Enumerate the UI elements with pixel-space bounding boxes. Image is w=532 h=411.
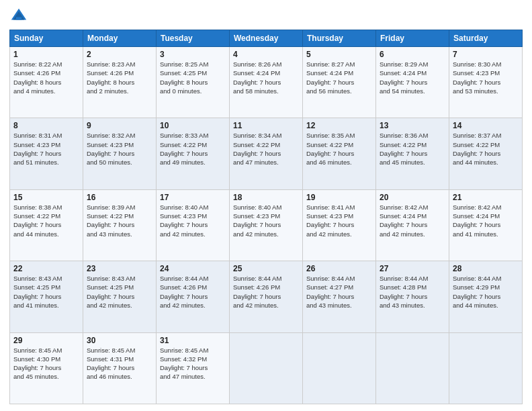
- day-info: Sunrise: 8:32 AMSunset: 4:23 PMDaylight:…: [87, 131, 152, 167]
- day-number: 28: [453, 264, 519, 273]
- day-number: 31: [160, 336, 226, 345]
- day-number: 26: [306, 264, 372, 273]
- day-number: 13: [380, 121, 445, 130]
- week-row-3: 15Sunrise: 8:38 AMSunset: 4:22 PMDayligh…: [10, 189, 523, 261]
- calendar-cell: 5Sunrise: 8:27 AMSunset: 4:24 PMDaylight…: [303, 47, 376, 118]
- day-info: Sunrise: 8:33 AMSunset: 4:22 PMDaylight:…: [160, 131, 226, 167]
- day-number: 22: [13, 264, 79, 273]
- day-info: Sunrise: 8:38 AMSunset: 4:22 PMDaylight:…: [13, 203, 79, 238]
- day-info: Sunrise: 8:31 AMSunset: 4:23 PMDaylight:…: [13, 131, 79, 167]
- day-number: 5: [306, 50, 372, 59]
- calendar-cell: 3Sunrise: 8:25 AMSunset: 4:25 PMDaylight…: [157, 47, 230, 118]
- calendar-cell: 31Sunrise: 8:45 AMSunset: 4:32 PMDayligh…: [157, 332, 230, 404]
- day-info: Sunrise: 8:44 AMSunset: 4:28 PMDaylight:…: [380, 274, 445, 310]
- header-monday: Monday: [83, 30, 157, 47]
- calendar-cell: 24Sunrise: 8:44 AMSunset: 4:26 PMDayligh…: [157, 261, 230, 332]
- day-info: Sunrise: 8:40 AMSunset: 4:23 PMDaylight:…: [160, 203, 226, 238]
- header-sunday: Sunday: [10, 30, 83, 47]
- day-number: 19: [306, 193, 372, 202]
- calendar-cell: 21Sunrise: 8:42 AMSunset: 4:24 PMDayligh…: [449, 189, 523, 261]
- header-tuesday: Tuesday: [157, 30, 230, 47]
- day-info: Sunrise: 8:44 AMSunset: 4:26 PMDaylight:…: [160, 274, 226, 310]
- header-wednesday: Wednesday: [230, 30, 303, 47]
- day-info: Sunrise: 8:44 AMSunset: 4:26 PMDaylight:…: [233, 274, 299, 310]
- day-number: 9: [87, 121, 152, 130]
- logo-icon: [9, 7, 28, 26]
- day-info: Sunrise: 8:34 AMSunset: 4:22 PMDaylight:…: [233, 131, 299, 167]
- calendar-cell: 4Sunrise: 8:26 AMSunset: 4:24 PMDaylight…: [230, 47, 303, 118]
- calendar-cell: 28Sunrise: 8:44 AMSunset: 4:29 PMDayligh…: [449, 261, 523, 332]
- calendar-cell: 26Sunrise: 8:44 AMSunset: 4:27 PMDayligh…: [303, 261, 376, 332]
- day-info: Sunrise: 8:42 AMSunset: 4:24 PMDaylight:…: [453, 203, 519, 238]
- calendar-cell: 25Sunrise: 8:44 AMSunset: 4:26 PMDayligh…: [230, 261, 303, 332]
- calendar-cell: 18Sunrise: 8:40 AMSunset: 4:23 PMDayligh…: [230, 189, 303, 261]
- day-number: 7: [453, 50, 519, 59]
- calendar-cell: 12Sunrise: 8:35 AMSunset: 4:22 PMDayligh…: [303, 118, 376, 189]
- day-info: Sunrise: 8:22 AMSunset: 4:26 PMDaylight:…: [13, 60, 79, 95]
- day-info: Sunrise: 8:42 AMSunset: 4:24 PMDaylight:…: [380, 203, 445, 238]
- day-info: Sunrise: 8:25 AMSunset: 4:25 PMDaylight:…: [160, 60, 226, 95]
- day-number: 23: [87, 264, 152, 273]
- day-number: 30: [87, 336, 152, 345]
- day-number: 29: [13, 336, 79, 345]
- day-info: Sunrise: 8:40 AMSunset: 4:23 PMDaylight:…: [233, 203, 299, 238]
- day-number: 11: [233, 121, 299, 130]
- day-info: Sunrise: 8:39 AMSunset: 4:22 PMDaylight:…: [87, 203, 152, 238]
- day-info: Sunrise: 8:35 AMSunset: 4:22 PMDaylight:…: [306, 131, 372, 167]
- day-info: Sunrise: 8:36 AMSunset: 4:22 PMDaylight:…: [380, 131, 445, 167]
- calendar-cell: 19Sunrise: 8:41 AMSunset: 4:23 PMDayligh…: [303, 189, 376, 261]
- day-number: 24: [160, 264, 226, 273]
- day-number: 14: [453, 121, 519, 130]
- header-row: SundayMondayTuesdayWednesdayThursdayFrid…: [10, 30, 523, 47]
- calendar-body: 1Sunrise: 8:22 AMSunset: 4:26 PMDaylight…: [10, 47, 523, 404]
- header-thursday: Thursday: [303, 30, 376, 47]
- calendar-cell: [230, 332, 303, 404]
- day-number: 16: [87, 193, 152, 202]
- calendar-cell: 6Sunrise: 8:29 AMSunset: 4:24 PMDaylight…: [376, 47, 449, 118]
- day-number: 4: [233, 50, 299, 59]
- day-info: Sunrise: 8:27 AMSunset: 4:24 PMDaylight:…: [306, 60, 372, 95]
- calendar-cell: 15Sunrise: 8:38 AMSunset: 4:22 PMDayligh…: [10, 189, 83, 261]
- day-info: Sunrise: 8:26 AMSunset: 4:24 PMDaylight:…: [233, 60, 299, 95]
- week-row-5: 29Sunrise: 8:45 AMSunset: 4:30 PMDayligh…: [10, 332, 523, 404]
- calendar-cell: [303, 332, 376, 404]
- calendar-cell: 14Sunrise: 8:37 AMSunset: 4:22 PMDayligh…: [449, 118, 523, 189]
- calendar-cell: 27Sunrise: 8:44 AMSunset: 4:28 PMDayligh…: [376, 261, 449, 332]
- calendar-cell: 16Sunrise: 8:39 AMSunset: 4:22 PMDayligh…: [83, 189, 157, 261]
- calendar-cell: 1Sunrise: 8:22 AMSunset: 4:26 PMDaylight…: [10, 47, 83, 118]
- day-number: 1: [13, 50, 79, 59]
- calendar-cell: 13Sunrise: 8:36 AMSunset: 4:22 PMDayligh…: [376, 118, 449, 189]
- day-info: Sunrise: 8:43 AMSunset: 4:25 PMDaylight:…: [13, 274, 79, 310]
- day-info: Sunrise: 8:37 AMSunset: 4:22 PMDaylight:…: [453, 131, 519, 167]
- calendar-cell: 30Sunrise: 8:45 AMSunset: 4:31 PMDayligh…: [83, 332, 157, 404]
- day-number: 6: [380, 50, 445, 59]
- calendar-cell: 9Sunrise: 8:32 AMSunset: 4:23 PMDaylight…: [83, 118, 157, 189]
- logo: [9, 7, 30, 26]
- day-number: 3: [160, 50, 226, 59]
- day-number: 21: [453, 193, 519, 202]
- calendar-cell: 20Sunrise: 8:42 AMSunset: 4:24 PMDayligh…: [376, 189, 449, 261]
- day-number: 25: [233, 264, 299, 273]
- calendar-cell: [449, 332, 523, 404]
- calendar-cell: [376, 332, 449, 404]
- week-row-4: 22Sunrise: 8:43 AMSunset: 4:25 PMDayligh…: [10, 261, 523, 332]
- day-info: Sunrise: 8:23 AMSunset: 4:26 PMDaylight:…: [87, 60, 152, 95]
- day-info: Sunrise: 8:45 AMSunset: 4:30 PMDaylight:…: [13, 346, 79, 381]
- page: SundayMondayTuesdayWednesdayThursdayFrid…: [0, 0, 532, 411]
- calendar-cell: 2Sunrise: 8:23 AMSunset: 4:26 PMDaylight…: [83, 47, 157, 118]
- header: [9, 7, 523, 26]
- calendar-cell: 10Sunrise: 8:33 AMSunset: 4:22 PMDayligh…: [157, 118, 230, 189]
- calendar-cell: 11Sunrise: 8:34 AMSunset: 4:22 PMDayligh…: [230, 118, 303, 189]
- week-row-1: 1Sunrise: 8:22 AMSunset: 4:26 PMDaylight…: [10, 47, 523, 118]
- day-info: Sunrise: 8:29 AMSunset: 4:24 PMDaylight:…: [380, 60, 445, 95]
- day-number: 27: [380, 264, 445, 273]
- day-number: 18: [233, 193, 299, 202]
- header-friday: Friday: [376, 30, 449, 47]
- day-info: Sunrise: 8:45 AMSunset: 4:32 PMDaylight:…: [160, 346, 226, 381]
- day-number: 12: [306, 121, 372, 130]
- day-info: Sunrise: 8:41 AMSunset: 4:23 PMDaylight:…: [306, 203, 372, 238]
- calendar-cell: 29Sunrise: 8:45 AMSunset: 4:30 PMDayligh…: [10, 332, 83, 404]
- day-number: 17: [160, 193, 226, 202]
- day-number: 10: [160, 121, 226, 130]
- day-number: 8: [13, 121, 79, 130]
